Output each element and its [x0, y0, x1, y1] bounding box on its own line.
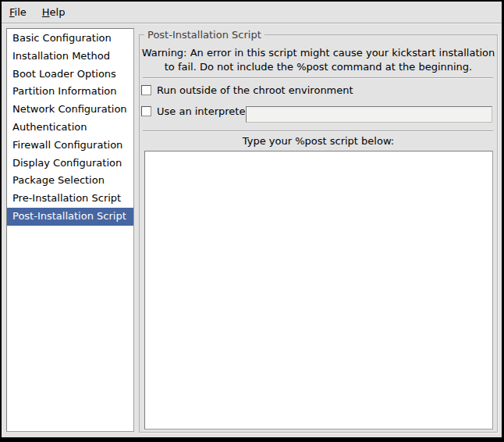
sidebar-item-network-configuration[interactable]: Network Configuration — [7, 101, 133, 119]
warning-line-1: Warning: An error in this script might c… — [142, 47, 495, 59]
sidebar-item-display-configuration[interactable]: Display Configuration — [7, 155, 133, 173]
section-list: Basic ConfigurationInstallation MethodBo… — [6, 28, 134, 432]
chroot-checkbox[interactable] — [141, 85, 151, 95]
sidebar-item-installation-method[interactable]: Installation Method — [7, 48, 133, 66]
sidebar-item-pre-installation-script[interactable]: Pre-Installation Script — [7, 190, 133, 208]
post-installation-frame: Post-Installation Script Warning: An err… — [139, 34, 498, 433]
sidebar-item-boot-loader-options[interactable]: Boot Loader Options — [7, 66, 133, 84]
menu-help[interactable]: Help — [34, 2, 73, 23]
chroot-checkbox-label[interactable]: Run outside of the chroot environment — [157, 84, 353, 97]
sidebar-item-authentication[interactable]: Authentication — [7, 119, 133, 137]
interpreter-checkbox[interactable] — [141, 106, 151, 116]
frame-title: Post-Installation Script — [144, 29, 264, 41]
menubar: FileHelp — [2, 2, 502, 23]
post-script-textarea[interactable] — [144, 151, 493, 430]
warning-text: Warning: An error in this script might c… — [140, 46, 497, 73]
interpreter-input[interactable] — [246, 106, 492, 123]
sidebar-item-basic-configuration[interactable]: Basic Configuration — [7, 30, 133, 48]
warning-line-2: to fail. Do not include the %post comman… — [165, 61, 473, 73]
sidebar-item-firewall-configuration[interactable]: Firewall Configuration — [7, 137, 133, 155]
script-label: Type your %post script below: — [140, 135, 497, 148]
sidebar-item-package-selection[interactable]: Package Selection — [7, 172, 133, 190]
menu-file[interactable]: File — [2, 2, 34, 23]
sidebar-item-post-installation-script[interactable]: Post-Installation Script — [7, 208, 133, 226]
interpreter-checkbox-label[interactable]: Use an interpreter: — [157, 105, 253, 118]
separator-top — [143, 77, 493, 79]
sidebar-item-partition-information[interactable]: Partition Information — [7, 83, 133, 101]
kickstart-configurator-window: FileHelp Basic ConfigurationInstallation… — [0, 0, 504, 442]
separator-bottom — [143, 130, 493, 132]
